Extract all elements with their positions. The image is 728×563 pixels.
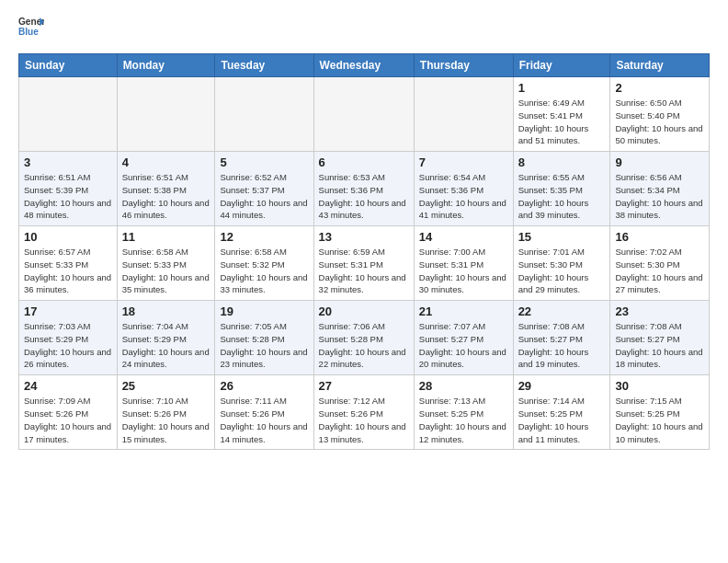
day-number: 29 [518, 379, 606, 393]
weekday-header-monday: Monday [117, 54, 215, 77]
calendar-week-row: 24Sunrise: 7:09 AM Sunset: 5:26 PM Dayli… [19, 375, 710, 450]
day-number: 14 [419, 230, 508, 244]
day-info: Sunrise: 7:10 AM Sunset: 5:26 PM Dayligh… [122, 395, 210, 445]
calendar-cell: 27Sunrise: 7:12 AM Sunset: 5:26 PM Dayli… [313, 375, 414, 450]
day-number: 28 [419, 379, 508, 393]
day-number: 21 [419, 304, 508, 318]
day-info: Sunrise: 6:53 AM Sunset: 5:36 PM Dayligh… [319, 171, 409, 222]
calendar-cell: 2Sunrise: 6:50 AM Sunset: 5:40 PM Daylig… [610, 77, 710, 152]
day-number: 10 [24, 230, 112, 244]
day-number: 30 [615, 379, 704, 393]
calendar-cell: 7Sunrise: 6:54 AM Sunset: 5:36 PM Daylig… [414, 152, 513, 226]
day-number: 24 [24, 379, 112, 393]
page: General Blue SundayMondayTuesdayWednesda… [0, 0, 728, 465]
calendar-cell: 29Sunrise: 7:14 AM Sunset: 5:25 PM Dayli… [513, 375, 610, 450]
day-number: 6 [319, 155, 409, 169]
day-info: Sunrise: 6:54 AM Sunset: 5:36 PM Dayligh… [419, 171, 508, 222]
day-number: 3 [24, 155, 112, 169]
day-info: Sunrise: 7:09 AM Sunset: 5:26 PM Dayligh… [24, 395, 112, 445]
day-info: Sunrise: 6:59 AM Sunset: 5:31 PM Dayligh… [319, 246, 409, 296]
day-info: Sunrise: 6:58 AM Sunset: 5:33 PM Dayligh… [122, 246, 210, 296]
calendar-cell: 24Sunrise: 7:09 AM Sunset: 5:26 PM Dayli… [19, 375, 118, 450]
calendar-week-row: 1Sunrise: 6:49 AM Sunset: 5:41 PM Daylig… [19, 77, 710, 152]
calendar-cell [414, 77, 513, 152]
day-number: 25 [122, 379, 210, 393]
day-number: 16 [615, 230, 704, 244]
day-info: Sunrise: 6:50 AM Sunset: 5:40 PM Dayligh… [615, 97, 704, 147]
day-info: Sunrise: 6:52 AM Sunset: 5:37 PM Dayligh… [220, 171, 308, 222]
weekday-header-wednesday: Wednesday [313, 54, 414, 77]
day-info: Sunrise: 7:14 AM Sunset: 5:25 PM Dayligh… [518, 395, 606, 445]
calendar-cell [313, 77, 414, 152]
day-info: Sunrise: 6:56 AM Sunset: 5:34 PM Dayligh… [615, 171, 704, 222]
day-number: 18 [122, 304, 210, 318]
calendar-week-row: 10Sunrise: 6:57 AM Sunset: 5:33 PM Dayli… [19, 226, 710, 301]
day-number: 22 [518, 304, 606, 318]
day-info: Sunrise: 6:51 AM Sunset: 5:38 PM Dayligh… [122, 171, 210, 222]
day-number: 11 [122, 230, 210, 244]
weekday-header-tuesday: Tuesday [215, 54, 313, 77]
day-info: Sunrise: 7:11 AM Sunset: 5:26 PM Dayligh… [220, 395, 308, 445]
day-number: 7 [419, 155, 508, 169]
day-number: 15 [518, 230, 606, 244]
calendar-cell: 14Sunrise: 7:00 AM Sunset: 5:31 PM Dayli… [414, 226, 513, 301]
logo-icon: General Blue [18, 15, 44, 40]
calendar-cell: 30Sunrise: 7:15 AM Sunset: 5:25 PM Dayli… [610, 375, 710, 450]
svg-text:Blue: Blue [18, 27, 39, 37]
weekday-header-thursday: Thursday [414, 54, 513, 77]
day-number: 9 [615, 155, 704, 169]
calendar-cell: 17Sunrise: 7:03 AM Sunset: 5:29 PM Dayli… [19, 301, 118, 375]
calendar-cell: 22Sunrise: 7:08 AM Sunset: 5:27 PM Dayli… [513, 301, 610, 375]
logo: General Blue [18, 15, 44, 40]
calendar-cell: 23Sunrise: 7:08 AM Sunset: 5:27 PM Dayli… [610, 301, 710, 375]
weekday-header-saturday: Saturday [610, 54, 710, 77]
calendar-cell [117, 77, 215, 152]
day-info: Sunrise: 7:02 AM Sunset: 5:30 PM Dayligh… [615, 246, 704, 296]
weekday-header-friday: Friday [513, 54, 610, 77]
calendar-cell: 28Sunrise: 7:13 AM Sunset: 5:25 PM Dayli… [414, 375, 513, 450]
day-number: 27 [319, 379, 409, 393]
calendar-cell [215, 77, 313, 152]
day-number: 2 [615, 81, 704, 95]
day-number: 4 [122, 155, 210, 169]
calendar-cell: 5Sunrise: 6:52 AM Sunset: 5:37 PM Daylig… [215, 152, 313, 226]
calendar-cell: 18Sunrise: 7:04 AM Sunset: 5:29 PM Dayli… [117, 301, 215, 375]
day-info: Sunrise: 7:00 AM Sunset: 5:31 PM Dayligh… [419, 246, 508, 296]
day-number: 13 [319, 230, 409, 244]
day-number: 1 [518, 81, 606, 95]
day-info: Sunrise: 7:08 AM Sunset: 5:27 PM Dayligh… [615, 320, 704, 371]
day-number: 8 [518, 155, 606, 169]
day-info: Sunrise: 6:57 AM Sunset: 5:33 PM Dayligh… [24, 246, 112, 296]
calendar-cell: 11Sunrise: 6:58 AM Sunset: 5:33 PM Dayli… [117, 226, 215, 301]
day-number: 26 [220, 379, 308, 393]
weekday-header-row: SundayMondayTuesdayWednesdayThursdayFrid… [19, 54, 710, 77]
day-info: Sunrise: 6:51 AM Sunset: 5:39 PM Dayligh… [24, 171, 112, 222]
calendar-cell: 20Sunrise: 7:06 AM Sunset: 5:28 PM Dayli… [313, 301, 414, 375]
calendar-cell: 15Sunrise: 7:01 AM Sunset: 5:30 PM Dayli… [513, 226, 610, 301]
calendar-cell: 3Sunrise: 6:51 AM Sunset: 5:39 PM Daylig… [19, 152, 118, 226]
weekday-header-sunday: Sunday [19, 54, 118, 77]
calendar-table: SundayMondayTuesdayWednesdayThursdayFrid… [18, 53, 710, 450]
day-info: Sunrise: 7:15 AM Sunset: 5:25 PM Dayligh… [615, 395, 704, 445]
calendar-cell: 8Sunrise: 6:55 AM Sunset: 5:35 PM Daylig… [513, 152, 610, 226]
calendar-week-row: 3Sunrise: 6:51 AM Sunset: 5:39 PM Daylig… [19, 152, 710, 226]
day-number: 20 [319, 304, 409, 318]
calendar-cell: 21Sunrise: 7:07 AM Sunset: 5:27 PM Dayli… [414, 301, 513, 375]
calendar-cell: 19Sunrise: 7:05 AM Sunset: 5:28 PM Dayli… [215, 301, 313, 375]
day-info: Sunrise: 7:13 AM Sunset: 5:25 PM Dayligh… [419, 395, 508, 445]
day-info: Sunrise: 7:01 AM Sunset: 5:30 PM Dayligh… [518, 246, 606, 296]
header: General Blue [18, 15, 710, 40]
day-number: 12 [220, 230, 308, 244]
day-info: Sunrise: 7:12 AM Sunset: 5:26 PM Dayligh… [319, 395, 409, 445]
calendar-cell: 12Sunrise: 6:58 AM Sunset: 5:32 PM Dayli… [215, 226, 313, 301]
day-number: 5 [220, 155, 308, 169]
day-info: Sunrise: 7:06 AM Sunset: 5:28 PM Dayligh… [319, 320, 409, 371]
calendar-cell: 4Sunrise: 6:51 AM Sunset: 5:38 PM Daylig… [117, 152, 215, 226]
calendar-cell: 25Sunrise: 7:10 AM Sunset: 5:26 PM Dayli… [117, 375, 215, 450]
calendar-cell: 13Sunrise: 6:59 AM Sunset: 5:31 PM Dayli… [313, 226, 414, 301]
calendar-cell: 10Sunrise: 6:57 AM Sunset: 5:33 PM Dayli… [19, 226, 118, 301]
calendar-cell: 6Sunrise: 6:53 AM Sunset: 5:36 PM Daylig… [313, 152, 414, 226]
calendar-cell: 1Sunrise: 6:49 AM Sunset: 5:41 PM Daylig… [513, 77, 610, 152]
calendar-cell: 26Sunrise: 7:11 AM Sunset: 5:26 PM Dayli… [215, 375, 313, 450]
day-info: Sunrise: 6:58 AM Sunset: 5:32 PM Dayligh… [220, 246, 308, 296]
